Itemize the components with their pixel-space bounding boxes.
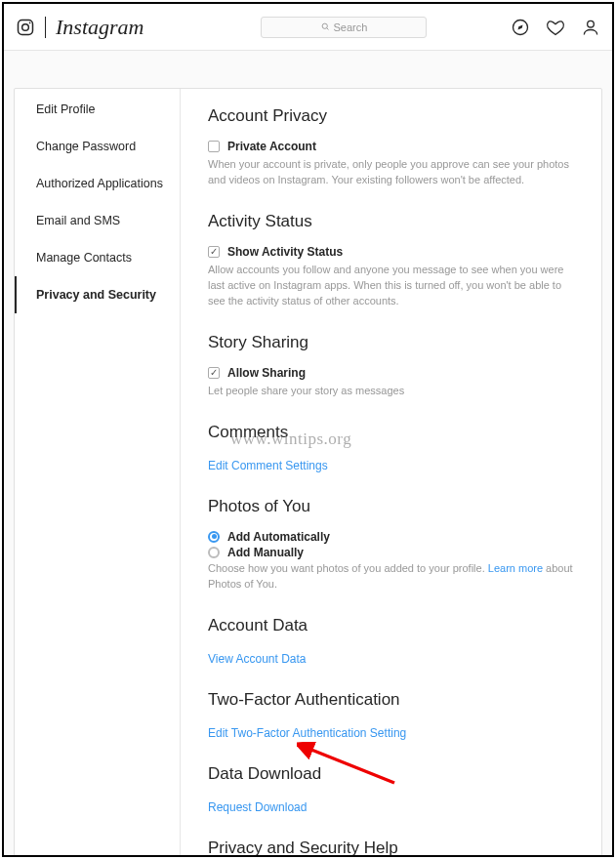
- search-icon: [321, 22, 330, 31]
- section-story-sharing: Story Sharing Allow Sharing Let people s…: [208, 333, 580, 399]
- request-download-link[interactable]: Request Download: [208, 800, 307, 814]
- sidebar-item-label: Authorized Applications: [36, 177, 163, 190]
- section-description: Choose how you want photos of you added …: [208, 561, 580, 593]
- settings-main: Account Privacy Private Account When you…: [181, 89, 601, 855]
- logo-divider: [45, 17, 46, 38]
- svg-line-4: [326, 28, 328, 30]
- section-photos-of-you: Photos of You Add Automatically Add Manu…: [208, 497, 580, 593]
- section-description: Let people share your story as messages: [208, 384, 580, 399]
- section-description: Allow accounts you follow and anyone you…: [208, 263, 580, 309]
- profile-icon[interactable]: [581, 18, 600, 37]
- section-title: Data Download: [208, 764, 580, 784]
- section-title: Photos of You: [208, 497, 580, 516]
- sidebar-item-label: Change Password: [36, 140, 136, 153]
- brand-wordmark[interactable]: Instagram: [56, 15, 144, 40]
- sidebar-item-label: Privacy and Security: [36, 288, 156, 302]
- section-title: Activity Status: [208, 212, 580, 231]
- svg-point-7: [588, 20, 595, 27]
- sidebar-item-label: Edit Profile: [36, 102, 95, 116]
- settings-card: Edit Profile Change Password Authorized …: [14, 88, 602, 855]
- add-automatically-radio[interactable]: [208, 531, 220, 543]
- section-privacy-help: Privacy and Security Help Support: [208, 839, 580, 856]
- section-activity-status: Activity Status Show Activity Status All…: [208, 212, 580, 309]
- svg-point-3: [322, 23, 327, 28]
- checkbox-label: Private Account: [227, 140, 316, 153]
- allow-sharing-checkbox[interactable]: [208, 367, 220, 379]
- svg-point-2: [29, 21, 31, 23]
- edit-two-factor-link[interactable]: Edit Two-Factor Authentication Setting: [208, 726, 406, 740]
- instagram-camera-icon[interactable]: [16, 18, 35, 37]
- settings-sidebar: Edit Profile Change Password Authorized …: [15, 89, 181, 855]
- svg-marker-6: [518, 24, 523, 29]
- section-two-factor: Two-Factor Authentication Edit Two-Facto…: [208, 690, 580, 741]
- section-title: Privacy and Security Help: [208, 839, 580, 856]
- explore-icon[interactable]: [511, 18, 530, 37]
- add-manually-radio[interactable]: [208, 547, 220, 558]
- sidebar-item-manage-contacts[interactable]: Manage Contacts: [15, 239, 180, 276]
- radio-label: Add Manually: [227, 546, 304, 559]
- section-account-privacy: Account Privacy Private Account When you…: [208, 106, 580, 188]
- checkbox-label: Show Activity Status: [227, 245, 343, 259]
- section-title: Account Data: [208, 616, 580, 635]
- section-data-download: Data Download Request Download: [208, 764, 580, 815]
- sidebar-item-label: Manage Contacts: [36, 251, 132, 265]
- private-account-checkbox[interactable]: [208, 141, 220, 152]
- edit-comment-settings-link[interactable]: Edit Comment Settings: [208, 459, 328, 472]
- section-title: Two-Factor Authentication: [208, 690, 580, 710]
- top-nav: Instagram Search: [4, 4, 612, 51]
- sidebar-item-change-password[interactable]: Change Password: [15, 128, 180, 165]
- activity-heart-icon[interactable]: [546, 18, 565, 37]
- svg-point-1: [22, 23, 29, 30]
- search-placeholder: Search: [334, 21, 368, 33]
- svg-rect-0: [19, 20, 33, 34]
- radio-label: Add Automatically: [227, 530, 330, 544]
- view-account-data-link[interactable]: View Account Data: [208, 652, 307, 666]
- search-input[interactable]: Search: [261, 17, 427, 38]
- sidebar-item-privacy-security[interactable]: Privacy and Security: [15, 276, 180, 313]
- section-title: Account Privacy: [208, 106, 580, 126]
- sidebar-item-edit-profile[interactable]: Edit Profile: [15, 91, 180, 128]
- section-comments: Comments Edit Comment Settings: [208, 423, 580, 473]
- section-title: Story Sharing: [208, 333, 580, 352]
- section-title: Comments: [208, 423, 580, 442]
- sidebar-item-email-sms[interactable]: Email and SMS: [15, 202, 180, 239]
- checkbox-label: Allow Sharing: [227, 366, 306, 380]
- sidebar-item-authorized-apps[interactable]: Authorized Applications: [15, 165, 180, 202]
- sidebar-item-label: Email and SMS: [36, 214, 120, 227]
- learn-more-link[interactable]: Learn more: [488, 562, 543, 574]
- section-description: When your account is private, only peopl…: [208, 157, 580, 188]
- section-account-data: Account Data View Account Data: [208, 616, 580, 667]
- activity-status-checkbox[interactable]: [208, 246, 220, 258]
